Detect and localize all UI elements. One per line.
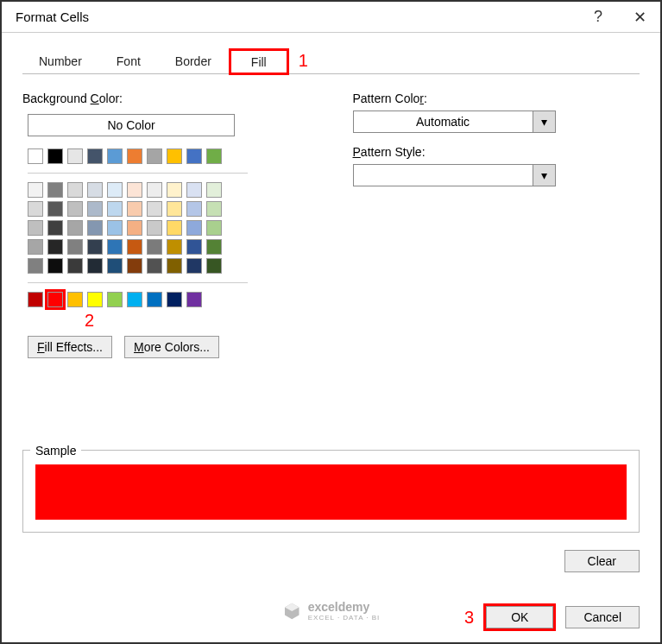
close-button[interactable]: ✕ [619, 2, 660, 33]
color-swatch[interactable] [87, 258, 103, 274]
color-swatch[interactable] [186, 201, 202, 217]
color-swatch[interactable] [167, 148, 182, 164]
color-swatch[interactable] [67, 220, 83, 236]
theme-shades-row [22, 258, 310, 274]
color-swatch[interactable] [186, 258, 202, 274]
color-swatch[interactable] [47, 201, 63, 217]
color-swatch[interactable] [127, 148, 142, 164]
color-swatch[interactable] [167, 239, 182, 255]
color-swatch[interactable] [206, 201, 222, 217]
color-swatch[interactable] [206, 220, 222, 236]
color-swatch[interactable] [87, 292, 103, 307]
divider [28, 282, 248, 283]
color-swatch[interactable] [127, 258, 142, 274]
color-swatch[interactable] [147, 292, 162, 307]
color-swatch[interactable] [67, 182, 83, 198]
color-swatch[interactable] [107, 258, 123, 274]
color-swatch[interactable] [186, 239, 202, 255]
color-swatch[interactable] [167, 182, 182, 198]
tab-fill[interactable]: Fill [230, 49, 288, 74]
color-swatch[interactable] [67, 201, 83, 217]
pattern-color-dropdown[interactable]: Automatic ▾ [353, 110, 556, 133]
color-swatch[interactable] [206, 148, 222, 164]
color-swatch[interactable] [87, 220, 103, 236]
color-swatch[interactable] [47, 292, 63, 307]
color-swatch[interactable] [167, 258, 182, 274]
color-swatch[interactable] [107, 292, 123, 307]
color-swatch[interactable] [186, 220, 202, 236]
sample-fieldset: Sample [22, 450, 640, 533]
color-swatch[interactable] [147, 220, 162, 236]
color-swatch[interactable] [127, 292, 142, 307]
ok-button[interactable]: OK [486, 606, 553, 628]
color-swatch[interactable] [186, 148, 202, 164]
color-swatch[interactable] [167, 292, 182, 307]
standard-color-row [22, 292, 310, 307]
color-swatch[interactable] [127, 201, 142, 217]
color-swatch[interactable] [47, 220, 63, 236]
color-swatch[interactable] [167, 201, 182, 217]
tab-border[interactable]: Border [159, 48, 228, 73]
background-color-label: Background Color: [22, 92, 310, 105]
color-swatch[interactable] [127, 239, 142, 255]
annotation-2: 2 [85, 311, 94, 330]
color-swatch[interactable] [147, 148, 162, 164]
color-swatch[interactable] [87, 201, 103, 217]
color-swatch[interactable] [47, 239, 63, 255]
color-swatch[interactable] [28, 220, 43, 236]
color-swatch[interactable] [127, 182, 142, 198]
tab-font[interactable]: Font [100, 48, 157, 73]
tab-strip: Number Font Border Fill 1 [22, 48, 640, 74]
color-swatch[interactable] [28, 182, 43, 198]
color-swatch[interactable] [167, 220, 182, 236]
color-swatch[interactable] [67, 292, 83, 307]
color-swatch[interactable] [147, 201, 162, 217]
color-swatch[interactable] [186, 182, 202, 198]
color-swatch[interactable] [28, 201, 43, 217]
pattern-color-label: Pattern Color: [353, 92, 640, 105]
color-swatch[interactable] [67, 148, 83, 164]
color-swatch[interactable] [87, 182, 103, 198]
color-swatch[interactable] [87, 239, 103, 255]
color-swatch[interactable] [206, 258, 222, 274]
color-swatch[interactable] [47, 182, 63, 198]
theme-shades-row [22, 182, 310, 198]
color-swatch[interactable] [67, 258, 83, 274]
color-swatch[interactable] [107, 239, 123, 255]
color-swatch[interactable] [147, 182, 162, 198]
color-swatch[interactable] [28, 148, 43, 164]
fill-effects-button[interactable]: Fill Effects... [28, 336, 112, 358]
help-button[interactable]: ? [577, 2, 619, 33]
color-swatch[interactable] [28, 258, 43, 274]
clear-button[interactable]: Clear [564, 550, 640, 572]
no-color-button[interactable]: No Color [28, 114, 235, 136]
color-swatch[interactable] [147, 239, 162, 255]
color-swatch[interactable] [107, 148, 123, 164]
tab-number[interactable]: Number [22, 48, 98, 73]
sample-label: Sample [30, 444, 81, 458]
color-swatch[interactable] [47, 148, 63, 164]
background-color-section: Background Color: No Color 2 Fill Effect… [22, 88, 310, 358]
annotation-1: 1 [299, 51, 308, 71]
color-swatch[interactable] [28, 292, 43, 307]
color-swatch[interactable] [87, 148, 103, 164]
pattern-color-value: Automatic [354, 115, 533, 129]
theme-shades-row [22, 220, 310, 236]
pattern-style-label: Pattern Style: [353, 145, 640, 159]
cancel-button[interactable]: Cancel [565, 606, 640, 628]
color-swatch[interactable] [107, 182, 123, 198]
color-swatch[interactable] [28, 239, 43, 255]
pattern-style-dropdown[interactable]: ▾ [353, 164, 556, 186]
color-swatch[interactable] [47, 258, 63, 274]
color-swatch[interactable] [147, 258, 162, 274]
more-colors-button[interactable]: More Colors... [124, 336, 219, 358]
color-swatch[interactable] [127, 220, 142, 236]
color-swatch[interactable] [107, 220, 123, 236]
color-swatch[interactable] [107, 201, 123, 217]
color-swatch[interactable] [67, 239, 83, 255]
color-swatch[interactable] [206, 239, 222, 255]
pattern-section: Pattern Color: Automatic ▾ Pattern Style… [353, 88, 640, 358]
color-swatch[interactable] [186, 292, 202, 307]
color-swatch[interactable] [206, 182, 222, 198]
chevron-down-icon: ▾ [533, 111, 555, 132]
